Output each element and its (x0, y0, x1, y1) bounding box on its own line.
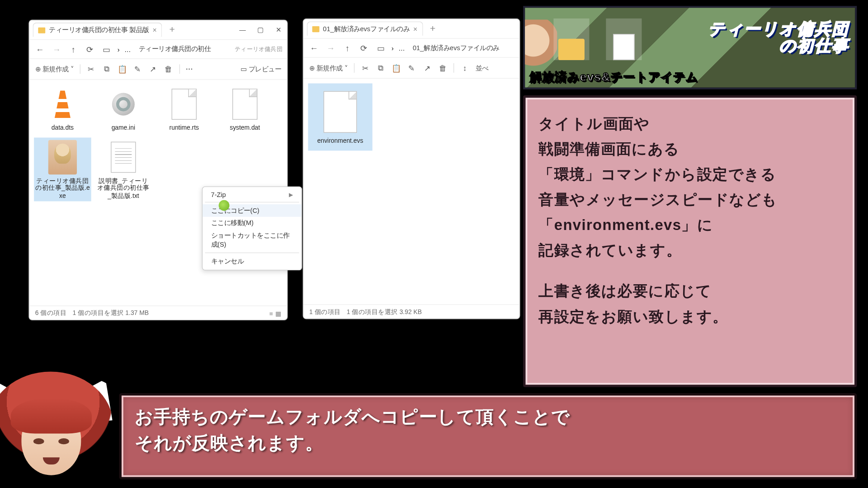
dots-icon[interactable]: … (398, 44, 405, 52)
status-item-count: 1 個の項目 (309, 308, 341, 316)
menu-move-here[interactable]: ここに移動(M) (203, 217, 302, 230)
new-tab-button[interactable]: + (166, 24, 179, 35)
file-item[interactable]: data.dts (34, 84, 91, 134)
separator (80, 64, 80, 74)
close-button[interactable]: ✕ (269, 23, 288, 37)
new-button[interactable]: ⊕ 新規作成 ˅ (309, 63, 348, 72)
back-button[interactable]: ← (308, 42, 320, 54)
back-button[interactable]: ← (34, 43, 46, 55)
address-bar[interactable]: ティーリオ傭兵団の初仕 (136, 44, 230, 54)
delete-icon[interactable]: 🗑 (164, 64, 173, 74)
pc-icon[interactable]: ▭ (101, 43, 113, 55)
desktop-area: ティーリオ傭兵団の初仕事 製品版 × + — ▢ ✕ ← → ↑ ⟳ ▭ › …… (6, 6, 518, 387)
tab-close-icon[interactable]: × (413, 25, 417, 33)
view-details-icon[interactable]: ≡ (269, 310, 273, 317)
menu-7zip[interactable]: 7-Zip ▶ (203, 189, 302, 200)
tab-active[interactable]: 01_解放済みevsファイルのみ × (307, 21, 423, 36)
separator (179, 64, 180, 74)
chevron-right-icon: › (392, 44, 394, 52)
file-name: 説明書_ティーリオ傭兵団の初仕事_製品版.txt (96, 177, 151, 199)
minimize-button[interactable]: — (234, 23, 252, 37)
vlc-icon (51, 90, 74, 118)
copy-icon[interactable]: ⧉ (102, 64, 111, 74)
tab-active[interactable]: ティーリオ傭兵団の初仕事 製品版 × (33, 23, 162, 37)
rename-icon[interactable]: ✎ (407, 63, 416, 73)
paste-icon[interactable]: 📋 (392, 63, 401, 73)
breadcrumb-overflow: ティーリオ傭兵団 (235, 45, 282, 53)
statusbar: 1 個の項目 1 個の項目を選択 3.92 KB (303, 304, 519, 319)
info-text: タイトル画面や 戦闘準備画面にある 「環境」コマンドから設定できる 音量やメッセ… (538, 111, 841, 328)
up-button[interactable]: ↑ (67, 43, 79, 55)
forward-button[interactable]: → (325, 42, 336, 54)
titlebar: 01_解放済みevsファイルのみ × + (303, 19, 519, 38)
paste-icon[interactable]: 📋 (118, 64, 127, 74)
file-name: ティーリオ傭兵団の初仕事_製品版.exe (35, 177, 90, 199)
menu-shortcut-here[interactable]: ショートカットをここに作成(S) (203, 229, 302, 250)
character-avatar (0, 366, 128, 488)
share-icon[interactable]: ↗ (148, 64, 158, 74)
dots-icon[interactable]: … (124, 46, 131, 53)
new-tab-button[interactable]: + (426, 23, 439, 34)
menu-divider (205, 202, 299, 202)
share-icon[interactable]: ↗ (422, 63, 432, 73)
sort-label[interactable]: 並べ (476, 63, 489, 72)
maximize-button[interactable]: ▢ (251, 23, 269, 37)
folder-icon (312, 26, 320, 32)
nav-toolbar: ← → ↑ ⟳ ▭ › … ティーリオ傭兵団の初仕 ティーリオ傭兵団 (29, 39, 288, 58)
pc-icon[interactable]: ▭ (375, 42, 387, 54)
copy-icon[interactable]: ⧉ (376, 63, 386, 73)
file-name: data.dts (52, 124, 74, 131)
info-panel: タイトル画面や 戦闘準備画面にある 「環境」コマンドから設定できる 音量やメッセ… (523, 95, 857, 387)
delete-icon[interactable]: 🗑 (438, 63, 448, 73)
file-icon (172, 89, 197, 120)
address-bar[interactable]: 01_解放済みevsファイルのみ (410, 43, 514, 53)
menu-copy-here[interactable]: ここにコピー(C) (203, 204, 302, 217)
file-name: system.dat (230, 124, 260, 131)
menu-cancel[interactable]: キャンセル (203, 255, 302, 267)
chevron-right-icon: › (118, 46, 120, 53)
view-icons-icon[interactable]: ▦ (275, 310, 281, 317)
rename-icon[interactable]: ✎ (133, 64, 142, 74)
more-button[interactable]: ··· (186, 66, 193, 73)
refresh-button[interactable]: ⟳ (358, 42, 370, 54)
forward-button[interactable]: → (51, 43, 62, 55)
file-item-selected[interactable]: ティーリオ傭兵団の初仕事_製品版.exe (34, 137, 91, 202)
file-name: runtime.rts (170, 124, 199, 131)
header-banner: ティーリオ傭兵団 の初仕事 解放済みevs&チートアイテム (523, 6, 857, 89)
command-toolbar: ⊕ 新規作成 ˅ ✂ ⧉ 📋 ✎ ↗ 🗑 ↕ 並べ (303, 57, 519, 79)
tab-title: ティーリオ傭兵団の初仕事 製品版 (49, 26, 149, 35)
command-toolbar: ⊕ 新規作成 ˅ ✂ ⧉ 📋 ✎ ↗ 🗑 ··· ▭ プレビュー (29, 58, 288, 80)
refresh-button[interactable]: ⟳ (84, 43, 96, 55)
file-icon (232, 89, 257, 120)
preview-button[interactable]: ▭ プレビュー (241, 65, 281, 74)
file-name: environment.evs (317, 137, 363, 145)
file-item[interactable]: system.dat (216, 84, 274, 134)
file-item[interactable]: game.ini (95, 84, 152, 134)
breadcrumb-text: ティーリオ傭兵団の初仕 (139, 45, 211, 54)
file-item[interactable]: 説明書_ティーリオ傭兵団の初仕事_製品版.txt (95, 137, 152, 202)
context-menu: 7-Zip ▶ ここにコピー(C) ここに移動(M) ショートカットをここに作成… (202, 187, 302, 271)
sort-icon[interactable]: ↕ (460, 63, 469, 73)
file-item-selected[interactable]: environment.evs (308, 84, 372, 150)
status-item-count: 6 個の項目 (35, 309, 67, 317)
new-button[interactable]: ⊕ 新規作成 ˅ (35, 65, 74, 74)
file-icon (324, 91, 357, 133)
up-button[interactable]: ↑ (341, 42, 353, 54)
tab-close-icon[interactable]: × (152, 26, 156, 34)
dialog-box: お手持ちのゲームフォルダへコピーして頂くことで それが反映されます。 (119, 393, 857, 479)
explorer-window-left: ティーリオ傭兵団の初仕事 製品版 × + — ▢ ✕ ← → ↑ ⟳ ▭ › …… (28, 19, 288, 320)
banner-title: ティーリオ傭兵団 の初仕事 (708, 21, 849, 55)
breadcrumb-text: 01_解放済みevsファイルのみ (413, 43, 500, 52)
file-item[interactable]: runtime.rts (156, 84, 213, 134)
menu-divider (205, 253, 299, 253)
separator (453, 63, 454, 73)
file-list[interactable]: environment.evs (303, 79, 519, 305)
explorer-window-right: 01_解放済みevsファイルのみ × + ← → ↑ ⟳ ▭ › … 01_解放… (303, 19, 520, 319)
tab-title: 01_解放済みevsファイルのみ (323, 24, 410, 33)
nav-toolbar: ← → ↑ ⟳ ▭ › … 01_解放済みevsファイルのみ (303, 38, 519, 57)
cut-icon[interactable]: ✂ (86, 64, 96, 74)
separator (354, 63, 354, 73)
chevron-right-icon: ▶ (289, 192, 293, 197)
cut-icon[interactable]: ✂ (360, 63, 370, 73)
window-controls: — ▢ ✕ (234, 23, 288, 37)
